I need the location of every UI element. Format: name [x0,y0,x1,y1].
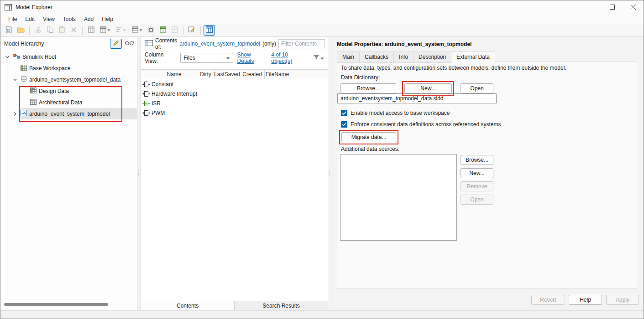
filter-contents-input[interactable] [278,39,325,48]
new-model-button[interactable] [3,25,15,36]
open-variable-table-button[interactable] [157,25,168,36]
checkbox-row-consistent-data[interactable]: Enforce consistent data definitions acro… [341,121,501,128]
tree-item-data-dictionary[interactable]: arduino_eventsystem_topmodel_data [0,74,137,85]
model-hierarchy-title: Model Hierarchy [4,41,44,47]
checked-checkbox[interactable] [341,110,347,116]
paste-button[interactable] [56,25,68,36]
grid-group-icon [132,26,138,34]
sources-browse-button[interactable]: Browse... [461,155,493,165]
checked-checkbox[interactable] [341,121,347,128]
open-model-button[interactable] [15,25,26,36]
compare-button[interactable] [169,25,180,36]
table-header-dirty[interactable]: Dirty [197,70,215,79]
chevron-down-icon[interactable] [4,55,10,59]
toolbar-separator [200,26,201,35]
sources-remove-button[interactable]: Remove [461,181,493,191]
sort-dropdown-button[interactable] [113,25,129,36]
tab-external-data[interactable]: External Data [451,51,495,63]
filter-options-button[interactable] [313,55,324,62]
tree-item-base-workspace[interactable]: Base Workspace [0,62,137,74]
menu-edit[interactable]: Edit [21,15,39,23]
tree-item-architectural-data[interactable]: Architectural Data [0,97,137,108]
edit-mode-button[interactable] [110,39,122,49]
horizontal-scrollbar[interactable] [0,303,137,306]
table-header-lastsaved[interactable]: LastSaved [215,70,240,79]
additional-data-sources-listbox[interactable] [340,154,457,241]
green-table-icon [160,26,166,34]
dictionary-new-button[interactable]: New... [404,83,452,93]
copy-button[interactable] [44,25,56,36]
sources-open-button[interactable]: Open [461,195,493,205]
table-row[interactable]: Hardware Interrupt [141,89,328,98]
object-count-link[interactable]: 4 of 10 object(s) [271,51,308,64]
group-dropdown-button[interactable] [129,25,145,36]
external-data-panel: To share data, types, and configuration … [337,61,637,288]
model-hierarchy-tree: Simulink Root Base Workspace arduino_eve… [0,51,137,119]
tab-main[interactable]: Main [337,51,360,63]
migrate-data-button[interactable]: Migrate data... [341,132,396,142]
table-cell-name: ISR [152,100,161,107]
help-button[interactable]: Help [569,295,602,305]
revert-button[interactable]: Revert [531,295,565,305]
table-row[interactable]: PWM [141,108,328,118]
checkbox-row-base-workspace[interactable]: Enable model access to base workspace [341,110,450,116]
new-data-button[interactable] [85,25,97,36]
dictionary-open-button[interactable]: Open [461,83,493,93]
apply-button[interactable]: Apply [606,295,639,305]
model-properties-pane: Model Properties: arduino_event_system_t… [330,37,644,310]
maximize-button[interactable] [602,0,623,14]
add-object-dropdown-button[interactable] [97,25,113,36]
dialog-pencil-icon [188,26,196,34]
reading-view-button[interactable] [123,39,135,49]
dictionary-filename-input[interactable] [337,93,497,103]
tab-contents[interactable]: Contents [141,301,235,310]
chevron-down-icon [107,29,110,31]
table-header-filename[interactable]: FileName [265,70,290,79]
column-view-button[interactable] [204,25,215,36]
splitter-grip [138,170,139,175]
tree-item-simulink-root[interactable]: Simulink Root [0,51,137,62]
tab-info[interactable]: Info [393,51,414,63]
tree-item-label: arduino_event_system_topmodel [29,111,110,117]
external-data-description: To share data, types, and configuration … [341,65,566,71]
tree-item-label: Architectural Data [39,99,82,106]
tab-search-results[interactable]: Search Results [235,301,328,310]
check-icon [342,110,346,116]
block-icon [141,110,152,116]
preferences-button[interactable] [145,25,157,36]
column-view-icon [206,26,213,34]
column-view-select[interactable]: Files [180,53,233,63]
delete-button[interactable] [68,25,79,36]
table-row[interactable]: Constant [141,79,328,89]
funnel-icon [313,55,319,62]
toolbar-separator [183,26,183,35]
tree-item-design-data[interactable]: Design Data [0,85,137,97]
minimize-button[interactable] [581,0,602,14]
show-dialog-pane-button[interactable] [186,25,198,36]
contents-of-label: Contents of: [155,37,177,50]
menu-file[interactable]: File [4,15,21,23]
show-details-link[interactable]: Show Details [237,51,267,64]
scrollbar-thumb[interactable] [4,303,108,306]
menu-add[interactable]: Add [80,15,98,23]
cut-button[interactable] [32,25,44,36]
model-explorer-window: Model Explorer File Edit View Tools Add … [0,0,644,319]
splitter-left[interactable] [137,37,141,310]
table-header-name[interactable]: Name [152,70,197,79]
tab-callbacks[interactable]: Callbacks [359,51,394,63]
dictionary-browse-button[interactable]: Browse... [340,83,396,93]
close-button[interactable] [623,0,644,14]
contents-model-link[interactable]: arduino_event_system_topmodel [179,41,260,47]
tab-description[interactable]: Description [413,51,451,63]
chevron-right-icon[interactable] [12,112,18,116]
table-header-created[interactable]: Created [240,70,265,79]
menu-view[interactable]: View [39,15,59,23]
checkbox-label: Enable model access to base workspace [351,110,450,116]
menu-help[interactable]: Help [98,15,117,23]
chevron-down-icon[interactable] [12,77,18,82]
table-row[interactable]: ISR [141,98,328,108]
contents-pane: Contents of: arduino_event_system_topmod… [141,37,328,310]
sources-new-button[interactable]: New... [461,168,493,178]
menu-tools[interactable]: Tools [59,15,80,23]
tree-item-topmodel[interactable]: arduino_event_system_topmodel [0,108,137,119]
